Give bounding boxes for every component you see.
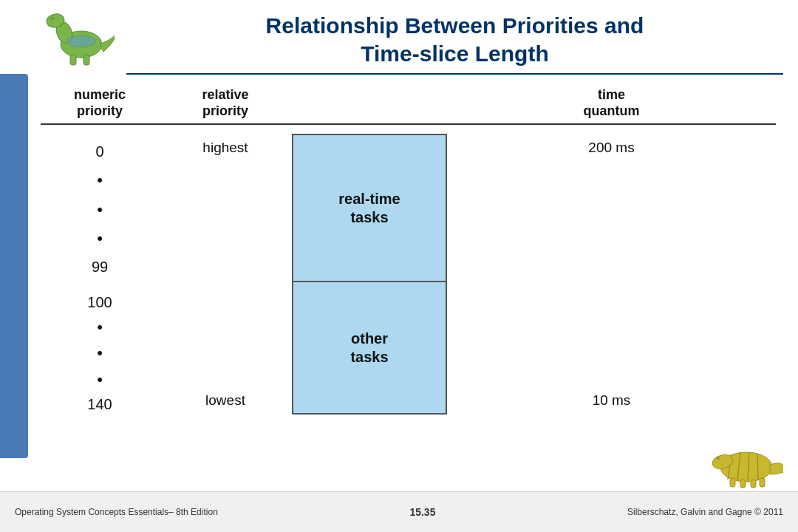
- relative-top: highest: [202, 134, 248, 282]
- header-time: time quantum: [447, 87, 776, 119]
- svg-rect-19: [760, 478, 765, 487]
- bullet-6: •: [97, 366, 103, 392]
- slide-title: Relationship Between Priorities and Time…: [126, 12, 783, 75]
- slide-container: Relationship Between Priorities and Time…: [0, 0, 798, 532]
- bullet-2: •: [97, 197, 103, 222]
- table-header-row: numeric priority relative priority time …: [41, 87, 776, 125]
- bullet-4: •: [97, 314, 103, 340]
- dinosaur-icon-top: [41, 9, 115, 68]
- footer-left-text: Operating System Concepts Essentials– 8t…: [15, 507, 218, 517]
- bullet-3: •: [97, 225, 103, 251]
- svg-rect-17: [740, 480, 746, 488]
- numeric-val-0: 0: [95, 140, 103, 163]
- header-relative: relative priority: [159, 87, 292, 119]
- time-top: 200 ms: [588, 134, 634, 282]
- footer: Operating System Concepts Essentials– 8t…: [0, 491, 798, 532]
- relative-priority-col: highest lowest: [159, 134, 292, 417]
- svg-rect-4: [83, 55, 89, 65]
- header: Relationship Between Priorities and Time…: [41, 9, 783, 75]
- relative-lowest: lowest: [205, 392, 245, 409]
- numeric-bottom: 100 • • • 140: [87, 284, 112, 417]
- time-quantum-10ms: 10 ms: [593, 392, 631, 409]
- svg-point-15: [717, 457, 719, 459]
- numeric-val-140: 140: [87, 392, 112, 416]
- numeric-top: 0 • • • 99: [92, 137, 108, 284]
- realtime-tasks-label: real-timetasks: [338, 190, 400, 227]
- footer-page-number: 15.35: [409, 506, 435, 518]
- svg-rect-18: [751, 480, 756, 488]
- svg-rect-3: [70, 55, 76, 65]
- time-quantum-200ms: 200 ms: [588, 140, 634, 156]
- task-box-col: real-timetasks othertasks: [292, 134, 447, 417]
- time-bottom: 10 ms: [593, 282, 631, 415]
- armadillo-svg: [709, 434, 783, 489]
- bullet-5: •: [97, 340, 103, 366]
- svg-point-6: [52, 18, 53, 19]
- bullet-1: •: [97, 167, 103, 193]
- armadillo-icon: [709, 434, 783, 489]
- title-area: Relationship Between Priorities and Time…: [126, 9, 783, 75]
- title-line1: Relationship Between Priorities and: [266, 13, 644, 38]
- relative-bottom: lowest: [205, 282, 245, 415]
- time-quantum-col: 200 ms 10 ms: [447, 134, 776, 417]
- left-accent-bar: [0, 74, 28, 458]
- other-tasks-label: othertasks: [350, 330, 388, 366]
- svg-rect-16: [730, 478, 735, 487]
- footer-right-text: Silberschatz, Galvin and Gagne © 2011: [627, 507, 783, 517]
- priority-table: numeric priority relative priority time …: [41, 87, 776, 417]
- realtime-tasks-box: real-timetasks: [292, 134, 447, 282]
- numeric-val-100: 100: [87, 290, 112, 314]
- table-body: 0 • • • 99 100 • • • 140: [41, 134, 776, 417]
- relative-highest: highest: [202, 140, 248, 156]
- title-line2: Time-slice Length: [361, 41, 549, 66]
- svg-point-7: [66, 35, 96, 47]
- svg-line-12: [757, 454, 758, 480]
- numeric-priority-col: 0 • • • 99 100 • • • 140: [41, 134, 159, 417]
- numeric-val-99: 99: [92, 255, 108, 279]
- other-tasks-box: othertasks: [292, 282, 447, 415]
- header-numeric: numeric priority: [41, 87, 159, 119]
- content-area: numeric priority relative priority time …: [41, 80, 776, 488]
